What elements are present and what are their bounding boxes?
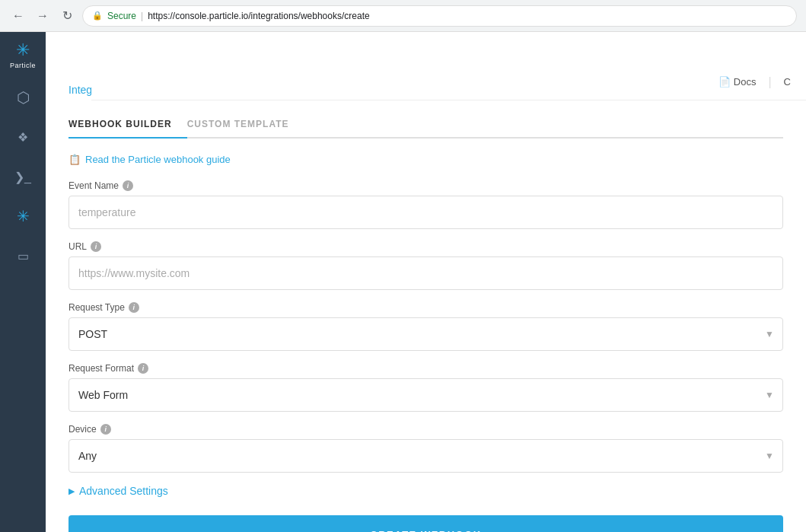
guide-text: Read the Particle webhook guide xyxy=(85,154,231,165)
request-type-label: Request Type i xyxy=(68,302,783,313)
request-format-select[interactable]: Web Form JSON Query Parameters xyxy=(68,378,783,412)
user-icon: C xyxy=(784,76,791,88)
url-input[interactable] xyxy=(68,256,783,290)
request-type-group: Request Type i POST GET PUT DELETE ▼ xyxy=(68,302,783,351)
browser-chrome: ← → ↻ 🔒 Secure | https://console.particl… xyxy=(0,0,806,32)
event-name-input[interactable] xyxy=(68,196,783,229)
event-name-info-icon[interactable]: i xyxy=(123,180,133,191)
device-select[interactable]: Any xyxy=(68,439,783,473)
request-type-label-text: Request Type xyxy=(68,302,125,313)
url-label: URL i xyxy=(68,241,783,252)
back-button[interactable]: ← xyxy=(9,7,27,25)
particle-logo-icon: ✳ xyxy=(16,40,30,60)
sidebar-item-billing[interactable]: ▭ xyxy=(0,236,46,276)
refresh-button[interactable]: ↻ xyxy=(58,7,76,25)
request-type-select[interactable]: POST GET PUT DELETE xyxy=(68,317,783,351)
document-icon: 📋 xyxy=(68,154,81,165)
request-type-select-wrapper: POST GET PUT DELETE ▼ xyxy=(68,317,783,351)
sidebar-item-integrations[interactable]: ✳ xyxy=(0,196,46,236)
layers-icon: ❖ xyxy=(18,130,28,145)
request-type-info-icon[interactable]: i xyxy=(129,302,139,313)
url-text: https://console.particle.io/integrations… xyxy=(148,11,370,21)
tabs-container: Webhook Builder Custom Template xyxy=(68,111,783,139)
docs-label: Docs xyxy=(734,76,757,88)
request-format-group: Request Format i Web Form JSON Query Par… xyxy=(68,363,783,412)
create-webhook-label: CREATE WEBHOOK xyxy=(370,529,481,533)
terminal-icon: ❯_ xyxy=(14,170,31,184)
top-bar: 📄 Docs | C xyxy=(91,64,806,100)
docs-link[interactable]: 📄 Docs xyxy=(718,76,757,88)
url-label-text: URL xyxy=(68,241,87,252)
user-avatar[interactable]: C xyxy=(784,76,791,88)
chevron-right-icon: ▶ xyxy=(68,486,75,496)
cubes-icon: ⬡ xyxy=(17,88,30,107)
event-name-label-text: Event Name xyxy=(68,180,119,191)
device-select-wrapper: Any ▼ xyxy=(68,439,783,473)
device-label: Device i xyxy=(68,424,783,435)
lock-icon: 🔒 xyxy=(92,11,103,21)
app-container: ✳ Particle ⬡ ❖ ❯_ ✳ ▭ 📄 Docs | C xyxy=(0,32,806,532)
integrations-icon: ✳ xyxy=(17,207,30,225)
address-bar[interactable]: 🔒 Secure | https://console.particle.io/i… xyxy=(82,5,797,27)
tab-custom-template[interactable]: Custom Template xyxy=(187,111,304,139)
create-webhook-button[interactable]: CREATE WEBHOOK xyxy=(68,515,783,532)
request-format-label-text: Request Format xyxy=(68,363,134,374)
forward-button[interactable]: → xyxy=(33,7,52,25)
event-name-label: Event Name i xyxy=(68,180,783,191)
sidebar-item-terminal[interactable]: ❯_ xyxy=(0,157,46,196)
advanced-settings-toggle[interactable]: ▶ Advanced Settings xyxy=(68,485,783,497)
event-name-group: Event Name i xyxy=(68,180,783,229)
guide-link[interactable]: 📋 Read the Particle webhook guide xyxy=(68,154,783,165)
url-info-icon[interactable]: i xyxy=(91,241,101,252)
content-wrapper: 📄 Docs | C Integrations › New Integratio… xyxy=(46,32,806,532)
device-info-icon[interactable]: i xyxy=(100,424,111,435)
main-content: Integrations › New Integration › Webhook… xyxy=(46,68,806,532)
device-group: Device i Any ▼ xyxy=(68,424,783,473)
sidebar: ✳ Particle ⬡ ❖ ❯_ ✳ ▭ xyxy=(0,32,46,532)
sidebar-logo[interactable]: ✳ Particle xyxy=(0,32,46,78)
url-group: URL i xyxy=(68,241,783,290)
secure-label: Secure xyxy=(107,11,136,21)
device-label-text: Device xyxy=(68,424,97,435)
topbar-divider: | xyxy=(768,75,771,89)
request-format-info-icon[interactable]: i xyxy=(138,363,148,374)
sidebar-item-cubes[interactable]: ⬡ xyxy=(0,78,46,117)
sidebar-logo-text: Particle xyxy=(10,62,36,69)
billing-icon: ▭ xyxy=(18,249,29,263)
docs-icon: 📄 xyxy=(718,76,731,88)
request-format-label: Request Format i xyxy=(68,363,783,374)
address-separator: | xyxy=(141,11,143,21)
request-format-select-wrapper: Web Form JSON Query Parameters ▼ xyxy=(68,378,783,412)
tab-webhook-builder[interactable]: Webhook Builder xyxy=(68,111,187,139)
sidebar-item-layers[interactable]: ❖ xyxy=(0,117,46,157)
advanced-settings-label: Advanced Settings xyxy=(79,485,168,497)
